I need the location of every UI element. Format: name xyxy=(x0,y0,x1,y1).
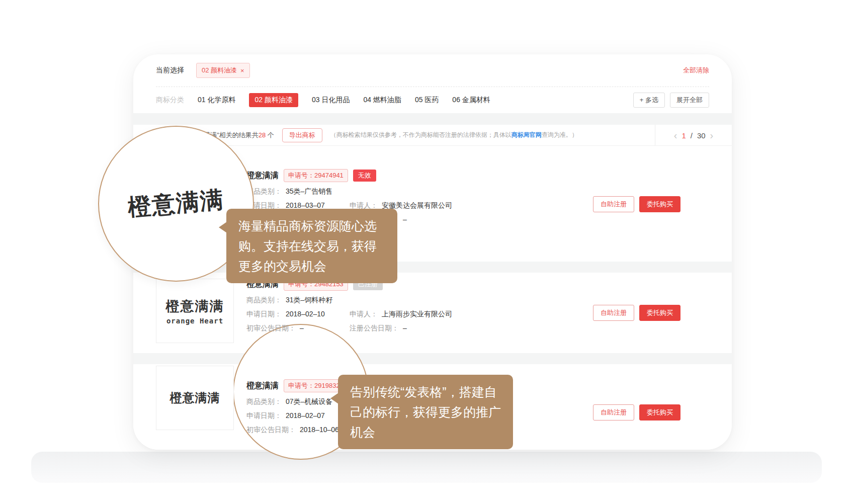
category-item-06[interactable]: 06 金属材料 xyxy=(452,96,490,105)
application-number-tag: 申请号：29474941 xyxy=(284,169,348,182)
next-page-icon[interactable]: › xyxy=(710,130,714,140)
results-count: 28 xyxy=(259,131,266,139)
self-register-button[interactable]: 自助注册 xyxy=(593,404,634,421)
first-publication-value: – xyxy=(300,324,304,332)
application-number-label: 申请号： xyxy=(288,172,314,179)
disclaimer-suffix: 查询为准。） xyxy=(542,131,578,138)
laptop-base-band xyxy=(31,452,822,483)
multi-select-button[interactable]: + 多选 xyxy=(633,93,665,108)
selected-filter-tag-label: 02 颜料油漆 xyxy=(202,66,237,75)
category-item-04[interactable]: 04 燃料油脂 xyxy=(363,96,401,105)
category-value: 31类–饲料种籽 xyxy=(286,296,332,305)
application-number: 29474941 xyxy=(314,172,344,179)
trademark-image[interactable]: 橙意满满 xyxy=(156,366,234,430)
expand-all-button[interactable]: 展开全部 xyxy=(670,93,709,108)
close-icon[interactable]: × xyxy=(240,67,244,74)
category-item-05[interactable]: 05 医药 xyxy=(415,96,439,105)
category-bar: 商标分类 01 化学原料 02 颜料油漆 03 日化用品 04 燃料油脂 05 … xyxy=(156,87,709,113)
first-publication-label: 初审公告日期： xyxy=(246,426,296,435)
clear-all-link[interactable]: 全部清除 xyxy=(683,66,709,75)
apply-date-label: 申请日期： xyxy=(246,310,282,319)
trademark-image-text: 橙意满满 xyxy=(170,390,220,406)
current-page: 1 xyxy=(681,131,686,140)
category-item-02-selected[interactable]: 02 颜料油漆 xyxy=(249,93,298,107)
trademark-office-link[interactable]: 商标局官网 xyxy=(511,131,542,138)
section-divider-strip xyxy=(133,113,732,125)
trademark-details: 橙意满满 申请号：29482153 已注册 商品类别：31类–饲料种籽 申请日期… xyxy=(246,278,452,333)
selected-filter-tag[interactable]: 02 颜料油漆 × xyxy=(196,63,250,78)
prev-page-icon[interactable]: ‹ xyxy=(674,130,677,140)
self-register-button[interactable]: 自助注册 xyxy=(593,196,634,212)
category-bar-label: 商标分类 xyxy=(156,96,184,105)
row-separator xyxy=(133,353,732,364)
apply-date-value: 2018–02–10 xyxy=(286,310,325,318)
applicant-label: 申请人： xyxy=(350,310,378,319)
results-disclaimer: （商标检索结果仅供参考，不作为商标能否注册的法律依据；具体以商标局官网查询为准。… xyxy=(330,131,578,139)
row-actions: 自助注册 委托购买 xyxy=(593,404,680,421)
row-actions: 自助注册 委托购买 xyxy=(593,305,680,321)
apply-date-value: 2018–03–07 xyxy=(286,201,325,209)
trademark-image[interactable]: 橙意满满 orange Heart xyxy=(156,279,234,343)
registration-publication-value: – xyxy=(403,215,407,223)
applicant-value: 上海雨步实业有限公司 xyxy=(382,310,452,319)
trademark-name[interactable]: 橙意满满 xyxy=(246,171,279,181)
trademark-name[interactable]: 橙意满满 xyxy=(246,381,279,391)
trademark-image-text: 橙意满满 xyxy=(166,297,224,315)
first-publication-label: 初审公告日期： xyxy=(246,324,296,333)
apply-date-value: 2018–02–07 xyxy=(286,411,325,419)
category-value: 07类–机械设备 xyxy=(286,397,332,406)
entrust-purchase-button[interactable]: 委托购买 xyxy=(639,196,680,212)
entrust-purchase-button[interactable]: 委托购买 xyxy=(639,404,680,421)
row-actions: 自助注册 委托购买 xyxy=(593,196,680,212)
disclaimer-prefix: （商标检索结果仅供参考，不作为商标能否注册的法律依据；具体以 xyxy=(330,131,511,138)
pagination: ‹ 1 / 30 › xyxy=(655,125,732,146)
category-item-03[interactable]: 03 日化用品 xyxy=(312,96,350,105)
promo-tooltip-promotion: 告别传统“发表格”，搭建自己的标行，获得更多的推广机会 xyxy=(338,375,513,449)
category-label: 商品类别： xyxy=(246,296,282,305)
category-label: 商品类别： xyxy=(246,397,282,406)
promo-tooltip-trade: 海量精品商标资源随心选购。支持在线交易，获得更多的交易机会 xyxy=(226,209,397,283)
result-row: 橙意满满 orange Heart 橙意满满 申请号：29482153 已注册 … xyxy=(133,273,732,353)
registration-publication-label: 注册公告日期： xyxy=(350,324,399,333)
total-pages: 30 xyxy=(697,131,706,140)
status-badge: 无效 xyxy=(353,170,376,182)
apply-date-label: 申请日期： xyxy=(246,411,282,421)
current-selection-bar: 当前选择 02 颜料油漆 × 全部清除 xyxy=(156,54,709,87)
results-count-unit: 个 xyxy=(266,131,274,139)
registration-publication-value: – xyxy=(403,324,407,332)
category-actions: + 多选 展开全部 xyxy=(633,93,709,108)
application-number-label: 申请号： xyxy=(288,382,314,389)
export-trademarks-button[interactable]: 导出商标 xyxy=(282,128,322,142)
category-item-01[interactable]: 01 化学原料 xyxy=(198,96,235,105)
magnified-trademark-text: 橙意满满 xyxy=(127,184,226,223)
trademark-image-subtext: orange Heart xyxy=(166,317,223,325)
trademark-details: 橙意满满 申请号：29198321 商品类别：07类–机械设备 申请日期：201… xyxy=(246,379,350,435)
category-value: 35类–广告销售 xyxy=(286,187,332,196)
current-selection-label: 当前选择 xyxy=(156,66,184,75)
self-register-button[interactable]: 自助注册 xyxy=(593,305,634,321)
first-publication-value: 2018–10–06 xyxy=(300,426,339,434)
entrust-purchase-button[interactable]: 委托购买 xyxy=(639,305,680,321)
page-divider: / xyxy=(691,131,693,140)
